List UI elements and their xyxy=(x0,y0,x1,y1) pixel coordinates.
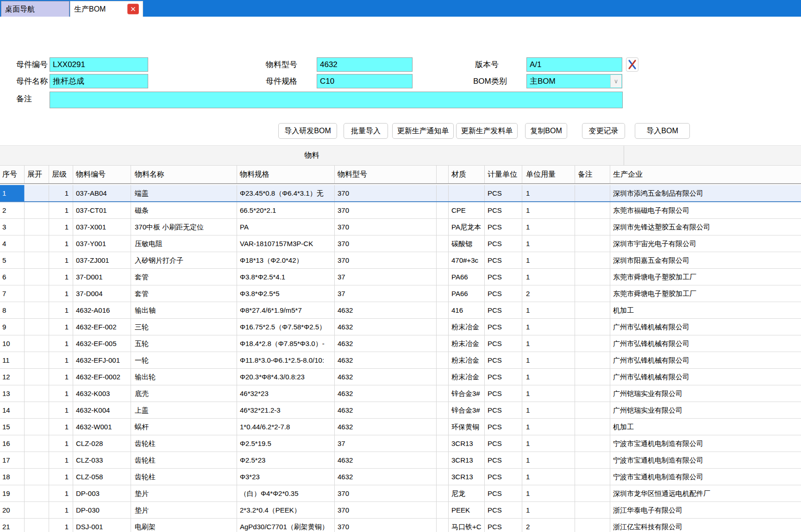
cell-spec[interactable]: PA xyxy=(237,219,335,235)
cell-unit[interactable]: PCS xyxy=(485,285,522,302)
table-row[interactable]: 6 1 37-D001 套管 Φ3.8*Φ2.5*4.1 37 PA66 PCS… xyxy=(0,269,801,285)
cell-level[interactable]: 1 xyxy=(49,402,73,418)
cell-model[interactable]: 4632 xyxy=(335,419,437,435)
cell-company[interactable]: 深圳市先锋达塑胶五金有限公司 xyxy=(610,219,801,235)
cell-code[interactable]: 37-D001 xyxy=(73,269,131,285)
cell-level[interactable]: 1 xyxy=(49,269,73,285)
cell-qty[interactable]: 1 xyxy=(522,269,575,285)
cell-material[interactable]: PEEK xyxy=(449,502,485,518)
cell-seq[interactable]: 14 xyxy=(0,402,25,418)
cell-name[interactable]: 电刷架 xyxy=(131,519,237,532)
cell-material[interactable]: 碳酸锶 xyxy=(449,235,485,252)
table-row[interactable]: 21 1 DSJ-001 电刷架 AgPd30/C7701（刷架黄铜） 370 … xyxy=(0,519,801,532)
cell-remark[interactable] xyxy=(575,269,610,285)
cell-name[interactable]: 齿轮柱 xyxy=(131,452,237,468)
cell-spec[interactable]: Φ11.8*3.0-Φ6.1*2.5-8.0/10: xyxy=(237,352,335,368)
cell-model[interactable]: 4632 xyxy=(335,402,437,418)
cell-name[interactable]: 套管 xyxy=(131,285,237,302)
cell-code[interactable]: 037-CT01 xyxy=(73,202,131,218)
cell-model[interactable]: 370 xyxy=(335,502,437,518)
cell-model[interactable]: 370 xyxy=(335,519,437,532)
cell-qty[interactable]: 1 xyxy=(522,452,575,468)
cell-expand[interactable] xyxy=(25,502,49,518)
cell-model[interactable]: 370 xyxy=(335,485,437,501)
cell-unit[interactable]: PCS xyxy=(485,402,522,418)
tab-production-bom[interactable]: 生产BOM ✕ xyxy=(70,1,143,17)
remark-field[interactable] xyxy=(50,92,623,108)
cell-name[interactable]: 一轮 xyxy=(131,352,237,368)
cell-unit[interactable]: PCS xyxy=(485,469,522,485)
cell-remark[interactable] xyxy=(575,485,610,501)
cell-model[interactable]: 370 xyxy=(335,252,437,268)
cell-company[interactable]: 广州市弘锋机械有限公司 xyxy=(610,335,801,352)
import-rd-bom-button[interactable]: 导入研发BOM xyxy=(278,123,337,139)
cell-qty[interactable]: 1 xyxy=(522,302,575,318)
cell-unit[interactable]: PCS xyxy=(485,369,522,385)
cell-model[interactable]: 370 xyxy=(335,235,437,252)
cell-qty[interactable]: 1 xyxy=(522,402,575,418)
cell-seq[interactable]: 4 xyxy=(0,235,25,252)
cell-remark[interactable] xyxy=(575,402,610,418)
col-header-material[interactable]: 材质 xyxy=(449,166,485,183)
cell-remark[interactable] xyxy=(575,469,610,485)
cell-name[interactable]: 输出轴 xyxy=(131,302,237,318)
table-row[interactable]: 8 1 4632-A016 输出轴 Φ8*27.4/6*1.9/m5*7 463… xyxy=(0,302,801,319)
cell-material[interactable]: 尼龙 xyxy=(449,485,485,501)
cell-material[interactable]: 3CR13 xyxy=(449,435,485,452)
cell-name[interactable]: 输出轮 xyxy=(131,369,237,385)
cell-spec[interactable]: Φ18.4*2.8（Φ7.85*Φ3.0）- xyxy=(237,335,335,352)
cell-company[interactable]: 宁波市宝通机电制造有限公司 xyxy=(610,435,801,452)
table-row[interactable]: 5 1 037-ZJ001 入矽钢片打介子 Φ18*13（Φ2.0*42） 37… xyxy=(0,252,801,269)
cell-seq[interactable]: 7 xyxy=(0,285,25,302)
cell-code[interactable]: DSJ-001 xyxy=(73,519,131,532)
cell-company[interactable]: 深圳市宇宙光电子有限公司 xyxy=(610,235,801,252)
cell-expand[interactable] xyxy=(25,435,49,452)
cell-expand[interactable] xyxy=(25,269,49,285)
cell-material[interactable]: 马口铁+C xyxy=(449,519,485,532)
chevron-down-icon[interactable]: ∨ xyxy=(610,75,621,87)
cell-remark[interactable] xyxy=(575,252,610,268)
update-prod-notice-button[interactable]: 更新生产通知单 xyxy=(392,123,454,139)
cell-unit[interactable]: PCS xyxy=(485,519,522,532)
table-row[interactable]: 1 1 037-AB04 端盖 Φ23.45*0.8（Φ6.4*3.1）无 37… xyxy=(0,185,801,202)
cell-expand[interactable] xyxy=(25,285,49,302)
cell-model[interactable]: 4632 xyxy=(335,302,437,318)
col-header-qty[interactable]: 单位用量 xyxy=(522,166,575,183)
table-row[interactable]: 13 1 4632-K003 底壳 46*32*23 4632 锌合金3# PC… xyxy=(0,385,801,402)
cell-remark[interactable] xyxy=(575,202,610,218)
cell-name[interactable]: 三轮 xyxy=(131,319,237,335)
cell-level[interactable]: 1 xyxy=(49,185,73,201)
cell-unit[interactable]: PCS xyxy=(485,302,522,318)
cell-seq[interactable]: 12 xyxy=(0,369,25,385)
cell-level[interactable]: 1 xyxy=(49,435,73,452)
cell-remark[interactable] xyxy=(575,335,610,352)
cell-qty[interactable]: 1 xyxy=(522,469,575,485)
cell-name[interactable]: 蜗杆 xyxy=(131,419,237,435)
cell-remark[interactable] xyxy=(575,235,610,252)
cell-seq[interactable]: 19 xyxy=(0,485,25,501)
col-header-seq[interactable]: 序号 xyxy=(0,166,25,183)
cell-spec[interactable]: Φ3.8*Φ2.5*4.1 xyxy=(237,269,335,285)
cell-material[interactable]: PA66 xyxy=(449,269,485,285)
cell-code[interactable]: CLZ-033 xyxy=(73,452,131,468)
cell-spec[interactable]: AgPd30/C7701（刷架黄铜） xyxy=(237,519,335,532)
cell-company[interactable]: 东莞市舜塘电子塑胶加工厂 xyxy=(610,269,801,285)
cell-qty[interactable]: 2 xyxy=(522,519,575,532)
cell-model[interactable]: 37 xyxy=(335,285,437,302)
cell-code[interactable]: 4632-K004 xyxy=(73,402,131,418)
mother-code-field[interactable] xyxy=(50,57,148,72)
cell-spec[interactable]: （白）Φ4*Φ2*0.35 xyxy=(237,485,335,501)
cell-seq[interactable]: 8 xyxy=(0,302,25,318)
cell-model[interactable]: 370 xyxy=(335,219,437,235)
cell-spec[interactable]: 66.5*20*2.1 xyxy=(237,202,335,218)
cell-level[interactable]: 1 xyxy=(49,369,73,385)
cell-code[interactable]: 037-X001 xyxy=(73,219,131,235)
cell-remark[interactable] xyxy=(575,419,610,435)
cell-spec[interactable]: Φ3.8*Φ2.5*5 xyxy=(237,285,335,302)
cell-expand[interactable] xyxy=(25,335,49,352)
cell-model[interactable]: 4632 xyxy=(335,452,437,468)
table-row[interactable]: 14 1 4632-K004 上盖 46*32*21.2-3 4632 锌合金3… xyxy=(0,402,801,419)
cell-unit[interactable]: PCS xyxy=(485,502,522,518)
mother-spec-field[interactable] xyxy=(317,74,413,88)
cell-model[interactable]: 4632 xyxy=(335,385,437,402)
